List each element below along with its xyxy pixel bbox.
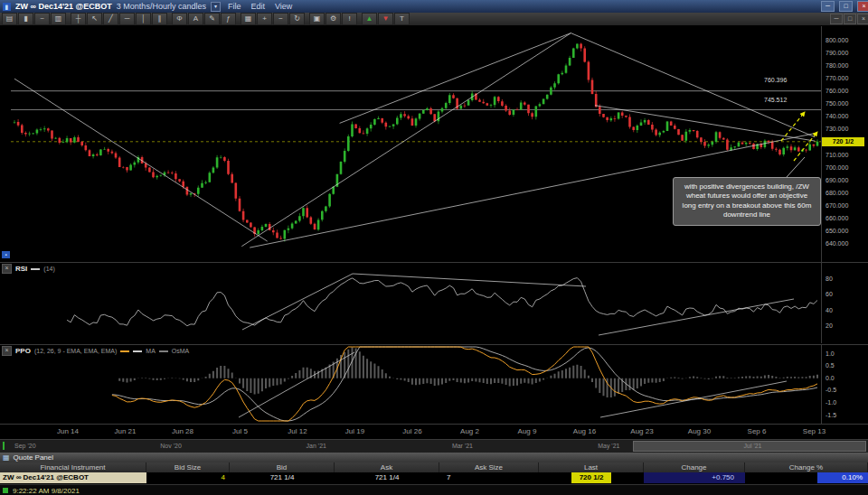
cursor-icon[interactable]: ↖ xyxy=(87,13,102,25)
window-titlebar[interactable]: ▮ ZW ∞ Dec14'21 @ECBOT 3 Months/Hourly c… xyxy=(0,0,868,13)
chart-type-icon[interactable]: ▤ xyxy=(2,13,17,25)
price-tick: 780.000 xyxy=(826,62,848,69)
col-change[interactable]: Change xyxy=(644,462,745,472)
trendline-icon[interactable]: ╱ xyxy=(103,13,118,25)
indicators-icon[interactable]: ƒ xyxy=(221,13,236,25)
close-button[interactable]: × xyxy=(857,1,868,12)
chart-minimize-button[interactable]: ─ xyxy=(830,14,843,24)
time-axis-label: Jul 5 xyxy=(232,427,248,435)
zoom-in-icon[interactable]: + xyxy=(257,13,272,25)
col-bid-size[interactable]: Bid Size xyxy=(146,462,230,472)
ppo-title: PPO xyxy=(15,347,31,355)
rsi-axis: 80604020 xyxy=(821,263,868,343)
connection-status-icon xyxy=(3,488,8,493)
navigator-label: Mar '21 xyxy=(452,443,473,449)
alert-icon[interactable]: ! xyxy=(342,13,357,25)
channel-icon[interactable]: ∥ xyxy=(152,13,167,25)
col-change-pct[interactable]: Change % xyxy=(745,462,868,472)
ppo-tick: -1.5 xyxy=(826,412,836,418)
buy-icon[interactable]: ▲ xyxy=(362,13,377,25)
minimize-button[interactable]: ─ xyxy=(821,1,835,12)
timeline-navigator[interactable]: Sep '20Nov '20Jan '21Mar '21May '21Jul '… xyxy=(0,439,868,453)
ppo-close-icon[interactable]: × xyxy=(2,346,12,356)
grid-icon[interactable]: ▦ xyxy=(241,13,256,25)
line-chart-icon[interactable]: ~ xyxy=(34,13,50,25)
bar-chart-icon[interactable]: ▥ xyxy=(51,13,66,25)
price-tick: 710.000 xyxy=(826,152,848,158)
rsi-chart-canvas[interactable] xyxy=(11,263,821,343)
navigator-label: Nov '20 xyxy=(160,443,182,449)
rsi-trendlines xyxy=(242,274,794,335)
ppo-header: × PPO (12, 26, 9 - EMA, EMA, EMA) MA OsM… xyxy=(2,346,189,356)
time-axis-label: Aug 2 xyxy=(460,427,479,435)
timeframe-dropdown-icon[interactable]: ▾ xyxy=(211,2,221,12)
ppo-tick: -0.5 xyxy=(826,387,836,393)
time-axis-label: Jun 28 xyxy=(172,427,193,435)
ppo-panel: × PPO (12, 26, 9 - EMA, EMA, EMA) MA OsM… xyxy=(0,345,821,424)
status-bar: 9:22:22 AM 9/8/2021 xyxy=(0,484,868,495)
time-axis: Jun 14Jun 21Jun 28Jul 5Jul 12Jul 19Jul 2… xyxy=(0,425,868,438)
crosshair-icon[interactable]: ┼ xyxy=(71,13,86,25)
note-icon[interactable]: ✎ xyxy=(204,13,220,25)
quote-panel-titlebar[interactable]: ▦ Quote Panel xyxy=(0,453,868,462)
status-datetime: 9:22:22 AM 9/8/2021 xyxy=(13,487,80,495)
col-ask-size[interactable]: Ask Size xyxy=(439,462,539,472)
zoom-out-icon[interactable]: − xyxy=(273,13,288,25)
price-chart-canvas[interactable] xyxy=(11,25,821,262)
chart-panel-icon[interactable]: ▪ xyxy=(2,251,10,258)
candlestick-icon[interactable]: ▮ xyxy=(18,13,33,25)
quote-table-row[interactable]: ZW ∞ Dec14'21 @ECBOT 4 721 1/4 721 1/4 7… xyxy=(0,472,868,483)
col-bid[interactable]: Bid xyxy=(230,462,335,472)
ppo-params[interactable]: (12, 26, 9 - EMA, EMA, EMA) xyxy=(34,348,117,354)
price-tick: 800.000 xyxy=(826,37,848,43)
ppo-ma-label: MA xyxy=(146,348,156,354)
navigator-label: Jul '21 xyxy=(744,443,762,449)
menu-edit[interactable]: Edit xyxy=(248,2,268,11)
rsi-close-icon[interactable]: × xyxy=(2,264,12,274)
price-tick: 770.000 xyxy=(826,75,848,81)
col-financial-instrument[interactable]: Financial Instrument xyxy=(0,462,146,472)
ppo-tick: -1.0 xyxy=(826,399,836,406)
sell-icon[interactable]: ▼ xyxy=(378,13,393,25)
time-axis-label: Jun 14 xyxy=(57,427,79,435)
chart-annotation-note[interactable]: with positive divergences building, /ZW … xyxy=(673,177,821,226)
menu-view[interactable]: View xyxy=(272,2,295,11)
chart-restore-button[interactable]: □ xyxy=(844,14,856,24)
snapshot-icon[interactable]: ▣ xyxy=(309,13,325,25)
ppo-tick: 1.0 xyxy=(826,350,835,357)
menu-file[interactable]: File xyxy=(225,2,244,11)
ppo-line xyxy=(112,347,817,421)
navigator-label: May '21 xyxy=(598,443,619,449)
refresh-icon[interactable]: ↻ xyxy=(289,13,305,25)
ppo-chart-canvas[interactable] xyxy=(11,345,821,424)
chart-symbol-title: ZW ∞ Dec14'21 @ECBOT xyxy=(15,2,112,11)
chart-close-button[interactable]: × xyxy=(857,14,868,24)
restore-button[interactable]: □ xyxy=(839,1,853,12)
rsi-panel: × RSI (14) xyxy=(0,263,821,343)
time-axis-label: Sep 13 xyxy=(803,427,826,435)
price-tick: 670.000 xyxy=(826,202,848,209)
rsi-title: RSI xyxy=(15,265,27,273)
quote-last-cell: 720 1/2 xyxy=(539,472,644,483)
price-tick: 690.000 xyxy=(826,177,848,183)
ppo-signal-swatch xyxy=(133,350,142,352)
vertical-line-icon[interactable]: │ xyxy=(136,13,151,25)
fibonacci-icon[interactable]: Φ xyxy=(172,13,187,25)
rsi-tick: 80 xyxy=(826,276,833,282)
time-axis-label: Jul 26 xyxy=(402,427,421,435)
price-tick: 750.000 xyxy=(826,100,848,107)
settings-icon[interactable]: ⚙ xyxy=(326,13,341,25)
timeframe-icon[interactable]: T xyxy=(394,13,410,25)
timeframe-label[interactable]: 3 Months/Hourly candles xyxy=(117,2,206,11)
quote-instrument[interactable]: ZW ∞ Dec14'21 @ECBOT xyxy=(0,472,146,483)
price-tick: 650.000 xyxy=(826,228,848,234)
callout-tail xyxy=(787,157,805,177)
price-tick: 680.000 xyxy=(826,190,848,196)
ppo-signal-line xyxy=(112,347,817,421)
rsi-header: × RSI (14) xyxy=(2,264,55,274)
horizontal-line-icon[interactable]: ─ xyxy=(119,13,135,25)
rsi-params[interactable]: (14) xyxy=(43,266,54,272)
text-tool-icon[interactable]: A xyxy=(188,13,203,25)
col-ask[interactable]: Ask xyxy=(335,462,439,472)
col-last[interactable]: Last xyxy=(539,462,644,472)
